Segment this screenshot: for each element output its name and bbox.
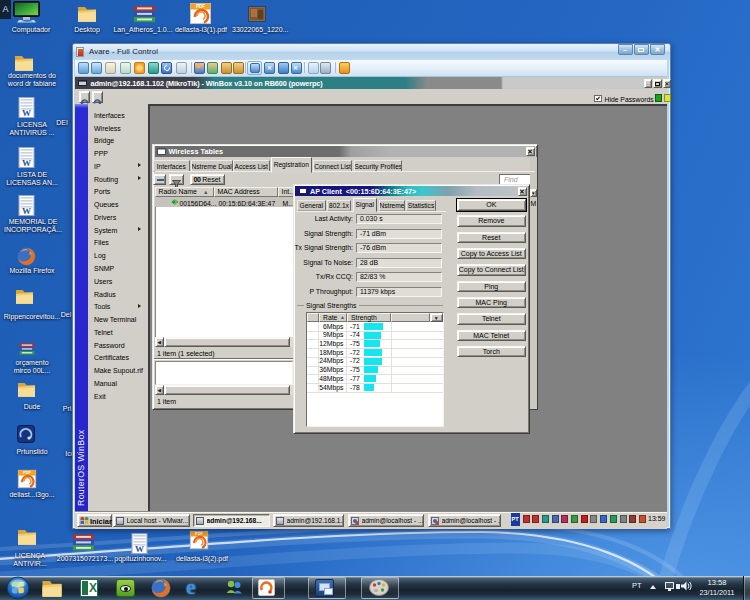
svg-text:W: W xyxy=(22,108,31,118)
svg-text:W: W xyxy=(22,206,31,216)
svg-text:PDF: PDF xyxy=(195,531,204,536)
svg-text:W: W xyxy=(135,544,144,554)
svg-text:PDF: PDF xyxy=(196,4,205,9)
svg-text:W: W xyxy=(22,158,31,168)
svg-text:PDF: PDF xyxy=(23,470,32,475)
